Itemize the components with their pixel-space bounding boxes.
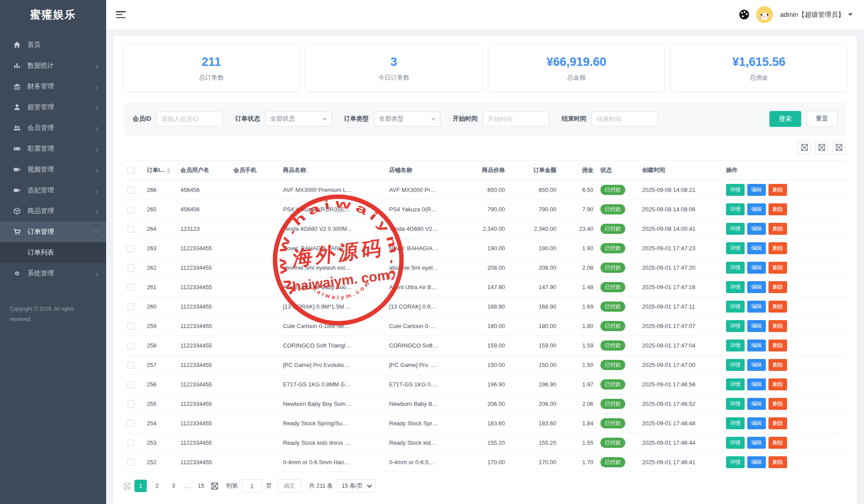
menu-toggle-icon[interactable] [116,11,126,18]
delete-button[interactable]: 删除 [768,281,787,293]
detail-button[interactable]: 详情 [726,378,745,390]
edit-button[interactable]: 编辑 [747,281,766,293]
sort-icon[interactable] [167,168,170,173]
detail-button[interactable]: 详情 [726,398,745,410]
delete-button[interactable]: 删除 [768,456,787,468]
edit-button[interactable]: 编辑 [747,359,766,371]
table-tool-button-0[interactable] [798,141,811,155]
row-checkbox[interactable] [127,459,134,466]
detail-button[interactable]: 详情 [726,359,745,371]
order-type-select[interactable]: 全部类型 [374,111,440,126]
delete-button[interactable]: 删除 [768,223,787,235]
delete-button[interactable]: 删除 [768,340,787,351]
start-time-input[interactable] [483,111,549,126]
delete-button[interactable]: 删除 [768,184,787,196]
detail-button[interactable]: 详情 [726,417,745,429]
detail-button[interactable]: 详情 [726,301,745,313]
table-row: 2531122334455Ready Stock kids dress …Rea… [124,433,846,453]
edit-button[interactable]: 编辑 [747,223,766,235]
delete-button[interactable]: 删除 [768,398,787,410]
page-number-2[interactable]: 2 [151,480,163,492]
edit-button[interactable]: 编辑 [747,184,766,196]
delete-button[interactable]: 删除 [768,320,787,332]
detail-button[interactable]: 详情 [726,281,745,293]
table-tool-button-2[interactable] [832,141,845,155]
edit-button[interactable]: 编辑 [747,456,766,468]
delete-button[interactable]: 删除 [768,417,787,429]
detail-button[interactable]: 详情 [726,242,745,254]
table-tool-button-1[interactable] [815,141,828,155]
row-checkbox[interactable] [127,323,134,330]
goto-page-input[interactable] [242,479,262,493]
sidebar-item-0[interactable]: 首页 [0,34,106,55]
edit-button[interactable]: 编辑 [747,301,766,313]
delete-button[interactable]: 删除 [768,262,787,274]
edit-button[interactable]: 编辑 [747,320,766,332]
delete-button[interactable]: 删除 [768,242,787,254]
delete-button[interactable]: 删除 [768,301,787,313]
row-checkbox[interactable] [127,206,134,213]
sidebar-item-2[interactable]: 财务管理› [0,76,106,97]
edit-button[interactable]: 编辑 [747,262,766,274]
user-dropdown[interactable]: admin【超级管理员】 [780,11,853,19]
row-checkbox[interactable] [127,187,134,194]
reset-button[interactable]: 重置 [807,111,837,127]
row-checkbox[interactable] [127,245,134,252]
sidebar-item-8[interactable]: 商品管理› [0,201,106,221]
page-size-select[interactable]: 15 条/页 [337,479,376,493]
table-row: 2561122334455E71T-GS 1KG 0.8MM G…E71T-GS… [124,375,846,394]
sidebar-item-3[interactable]: 超管管理› [0,97,106,118]
detail-button[interactable]: 详情 [726,437,745,449]
detail-button[interactable]: 详情 [726,320,745,332]
delete-button[interactable]: 删除 [768,359,787,371]
row-checkbox[interactable] [127,420,134,427]
edit-button[interactable]: 编辑 [747,242,766,254]
page-number-3[interactable]: 3 [167,480,180,492]
sidebar-item-4[interactable]: 会员管理› [0,118,106,138]
row-checkbox[interactable] [127,362,134,369]
delete-button[interactable]: 删除 [768,378,787,390]
edit-button[interactable]: 编辑 [747,437,766,449]
sidebar-item-7[interactable]: 选妃管理› [0,180,106,201]
row-checkbox[interactable] [127,264,134,271]
detail-button[interactable]: 详情 [726,203,745,215]
row-checkbox[interactable] [127,225,134,233]
edit-button[interactable]: 编辑 [747,340,766,351]
row-checkbox[interactable] [127,284,134,291]
edit-button[interactable]: 编辑 [747,417,766,429]
sidebar-item-5[interactable]: 彩票管理› [0,138,106,159]
detail-button[interactable]: 详情 [726,223,745,235]
edit-button[interactable]: 编辑 [747,203,766,215]
page-number-15[interactable]: 15 [195,480,207,492]
select-all-checkbox[interactable] [127,167,134,174]
row-checkbox[interactable] [127,342,134,349]
page-number-1[interactable]: 1 [134,480,147,492]
detail-button[interactable]: 详情 [726,340,745,351]
sidebar-item-10[interactable]: 系统管理› [0,263,106,284]
detail-button[interactable]: 详情 [726,262,745,274]
sidebar-item-6[interactable]: 视频管理› [0,159,106,180]
avatar[interactable] [756,6,773,23]
sidebar-item-9[interactable]: 订单管理› [0,221,106,242]
edit-button[interactable]: 编辑 [747,398,766,410]
column-header-0[interactable]: 订单I... [143,160,177,180]
next-page-icon[interactable] [211,482,218,490]
row-checkbox[interactable] [127,381,134,388]
sidebar-item-1[interactable]: 数据统计› [0,55,106,76]
sidebar-subitem-order-list[interactable]: 订单列表 [0,242,106,263]
prev-page-icon[interactable] [124,482,130,490]
row-checkbox[interactable] [127,401,134,408]
detail-button[interactable]: 详情 [726,184,745,196]
edit-button[interactable]: 编辑 [747,378,766,390]
row-checkbox[interactable] [127,439,134,447]
order-status-select[interactable]: 全部状态 [265,111,332,126]
confirm-button[interactable]: 确定 [278,479,302,493]
search-button[interactable]: 搜索 [769,111,801,127]
theme-palette-icon[interactable] [739,10,749,19]
row-checkbox[interactable] [127,303,134,310]
member-id-input[interactable] [157,111,223,126]
delete-button[interactable]: 删除 [768,437,787,449]
detail-button[interactable]: 详情 [726,456,745,468]
end-time-input[interactable] [592,111,658,126]
delete-button[interactable]: 删除 [768,203,787,215]
